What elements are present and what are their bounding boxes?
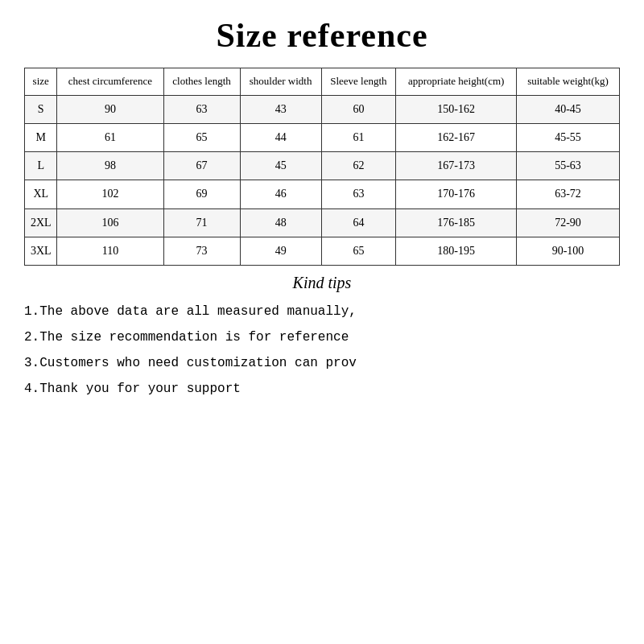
table-cell-0-2: 63	[163, 95, 240, 123]
tip-item-3: 4.Thank you for your support	[24, 376, 620, 402]
table-cell-1-1: 61	[57, 124, 163, 152]
table-cell-1-0: M	[25, 124, 57, 152]
table-cell-0-6: 40-45	[517, 95, 620, 123]
kind-tips-title: Kind tips	[24, 274, 620, 292]
table-cell-5-6: 90-100	[517, 237, 620, 265]
table-cell-3-1: 102	[57, 180, 163, 208]
table-cell-1-4: 61	[321, 124, 396, 152]
table-header-6: suitable weight(kg)	[517, 68, 620, 96]
table-header-1: chest circumference	[57, 68, 163, 96]
table-cell-4-2: 71	[163, 208, 240, 237]
table-cell-5-0: 3XL	[25, 237, 57, 265]
table-row: 3XL110734965180-19590-100	[25, 237, 620, 265]
table-row: XL102694663170-17663-72	[25, 180, 620, 208]
table-header-3: shoulder width	[240, 68, 321, 96]
table-cell-5-4: 65	[321, 237, 396, 265]
table-cell-1-3: 44	[240, 124, 321, 152]
table-cell-4-4: 64	[321, 208, 396, 237]
table-header-4: Sleeve length	[321, 68, 396, 96]
table-cell-3-2: 69	[163, 180, 240, 208]
table-cell-2-6: 55-63	[517, 152, 620, 180]
page: Size reference sizechest circumferencecl…	[0, 0, 644, 644]
table-cell-5-5: 180-195	[396, 237, 517, 265]
table-row: L98674562167-17355-63	[25, 152, 620, 180]
table-cell-4-0: 2XL	[25, 208, 57, 237]
tip-item-0: 1.The above data are all measured manual…	[24, 299, 620, 324]
kind-tips-section: Kind tips 1.The above data are all measu…	[24, 274, 620, 628]
table-cell-5-3: 49	[240, 237, 321, 265]
table-cell-1-5: 162-167	[396, 124, 517, 152]
table-cell-1-6: 45-55	[517, 124, 620, 152]
table-row: S90634360150-16240-45	[25, 95, 620, 123]
table-cell-4-1: 106	[57, 208, 163, 237]
table-cell-2-4: 62	[321, 152, 396, 180]
table-cell-2-5: 167-173	[396, 152, 517, 180]
tip-item-2: 3.Customers who need customization can p…	[24, 350, 620, 376]
table-cell-5-2: 73	[163, 237, 240, 265]
table-cell-4-3: 48	[240, 208, 321, 237]
table-cell-4-6: 72-90	[517, 208, 620, 237]
table-cell-1-2: 65	[163, 124, 240, 152]
table-row: 2XL106714864176-18572-90	[25, 208, 620, 237]
table-cell-0-1: 90	[57, 95, 163, 123]
table-header-5: appropriate height(cm)	[396, 68, 517, 96]
table-cell-0-5: 150-162	[396, 95, 517, 123]
table-cell-0-4: 60	[321, 95, 396, 123]
table-cell-3-4: 63	[321, 180, 396, 208]
table-cell-2-2: 67	[163, 152, 240, 180]
table-cell-2-3: 45	[240, 152, 321, 180]
page-title: Size reference	[24, 16, 620, 55]
table-cell-2-0: L	[25, 152, 57, 180]
table-row: M61654461162-16745-55	[25, 124, 620, 152]
table-header-row: sizechest circumferenceclothes lengthsho…	[25, 68, 620, 96]
table-cell-0-3: 43	[240, 95, 321, 123]
table-cell-3-3: 46	[240, 180, 321, 208]
table-cell-3-5: 170-176	[396, 180, 517, 208]
size-table: sizechest circumferenceclothes lengthsho…	[24, 68, 620, 266]
table-header-2: clothes length	[163, 68, 240, 96]
table-cell-0-0: S	[25, 95, 57, 123]
table-header-0: size	[25, 68, 57, 96]
table-cell-5-1: 110	[57, 237, 163, 265]
table-cell-4-5: 176-185	[396, 208, 517, 237]
table-cell-3-6: 63-72	[517, 180, 620, 208]
table-cell-3-0: XL	[25, 180, 57, 208]
tips-list: 1.The above data are all measured manual…	[24, 299, 620, 402]
table-cell-2-1: 98	[57, 152, 163, 180]
tip-item-1: 2.The size recommendation is for referen…	[24, 324, 620, 350]
